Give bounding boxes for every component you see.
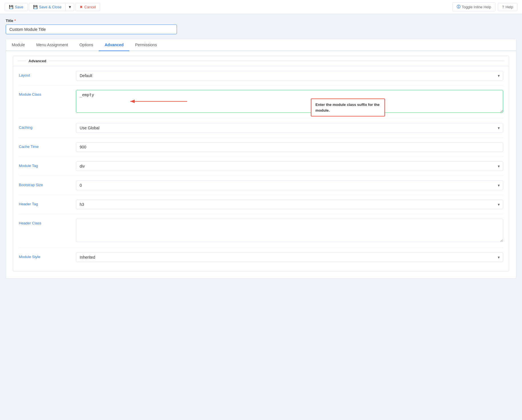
save-close-label: Save & Close [39, 5, 62, 9]
toolbar-right: ⓘ Toggle Inline Help ? Help [452, 2, 517, 11]
module-tag-select[interactable]: div span section article [76, 161, 503, 171]
cache-time-control [76, 142, 503, 152]
caching-row: Caching Use Global No Caching [19, 118, 503, 138]
module-class-textarea[interactable]: _empty [76, 90, 503, 113]
title-input[interactable] [6, 25, 177, 34]
module-tag-select-wrap: div span section article [76, 161, 503, 171]
toggle-inline-help-label: Toggle Inline Help [462, 5, 491, 9]
main-wrapper: Title * Module Menu Assignment Options A… [0, 14, 522, 420]
bootstrap-size-select[interactable]: 0 1234 612 [76, 180, 503, 190]
header-tag-label: Header Tag [19, 200, 76, 206]
module-tag-control: div span section article [76, 161, 503, 171]
caching-select[interactable]: Use Global No Caching [76, 123, 503, 133]
header-class-textarea[interactable] [76, 219, 503, 242]
cancel-label: Cancel [84, 5, 96, 9]
module-tag-row: Module Tag div span section article [19, 157, 503, 176]
save-icon: 💾 [9, 5, 13, 9]
caching-label: Caching [19, 123, 76, 130]
advanced-section: Advanced Layout Default Custom [6, 56, 516, 272]
save-close-group: 💾 Save & Close ▼ [29, 3, 74, 11]
header-class-row: Header Class [19, 214, 503, 248]
cancel-button[interactable]: ✖ Cancel [75, 3, 100, 11]
help-label: Help [505, 5, 513, 9]
header-class-label: Header Class [19, 219, 76, 225]
form-rows: Layout Default Custom [13, 66, 509, 267]
toggle-inline-help-button[interactable]: ⓘ Toggle Inline Help [452, 2, 495, 11]
module-style-select[interactable]: Inherited HTML5 Outline Table xHTML Roun… [76, 252, 503, 262]
bootstrap-size-control: 0 1234 612 [76, 180, 503, 190]
header-tag-select-wrap: h1h2h3 h4h5h6 pdiv [76, 200, 503, 209]
help-icon: ? [502, 5, 504, 9]
header-tag-row: Header Tag h1h2h3 h4h5h6 pdiv [19, 195, 503, 214]
module-panel: Module Menu Assignment Options Advanced … [6, 39, 516, 279]
cache-time-row: Cache Time [19, 138, 503, 157]
header-line [18, 61, 26, 61]
module-style-label: Module Style [19, 252, 76, 259]
chevron-down-icon: ▼ [68, 5, 72, 9]
tab-module[interactable]: Module [6, 39, 31, 51]
tab-permissions[interactable]: Permissions [129, 39, 162, 51]
question-circle-icon: ⓘ [457, 4, 460, 9]
layout-label: Layout [19, 71, 76, 77]
cancel-icon: ✖ [80, 5, 83, 9]
tab-options[interactable]: Options [74, 39, 99, 51]
header-tag-select[interactable]: h1h2h3 h4h5h6 pdiv [76, 200, 503, 209]
cache-time-label: Cache Time [19, 142, 76, 149]
save-close-icon: 💾 [33, 5, 38, 9]
required-indicator: * [14, 19, 16, 23]
tab-menu-assignment[interactable]: Menu Assignment [31, 39, 74, 51]
layout-select[interactable]: Default Custom [76, 71, 503, 81]
module-tag-label: Module Tag [19, 161, 76, 168]
layout-control: Default Custom [76, 71, 503, 81]
caching-control: Use Global No Caching [76, 123, 503, 133]
header-line-right [49, 61, 504, 61]
tab-advanced[interactable]: Advanced [99, 39, 129, 51]
bootstrap-size-select-wrap: 0 1234 612 [76, 180, 503, 190]
module-class-control: _empty [76, 90, 503, 114]
title-label: Title * [6, 19, 516, 23]
module-style-row: Module Style Inherited HTML5 Outline Tab… [19, 248, 503, 267]
toolbar-left: 💾 Save 💾 Save & Close ▼ ✖ Cancel [5, 3, 100, 11]
layout-select-wrap: Default Custom [76, 71, 503, 81]
header-class-control [76, 219, 503, 243]
caching-select-wrap: Use Global No Caching [76, 123, 503, 133]
save-close-button[interactable]: 💾 Save & Close [29, 3, 66, 11]
module-style-control: Inherited HTML5 Outline Table xHTML Roun… [76, 252, 503, 262]
module-class-label: Module Class [19, 90, 76, 97]
save-label: Save [15, 5, 23, 9]
save-close-dropdown-button[interactable]: ▼ [65, 3, 74, 11]
bootstrap-size-row: Bootstrap Size 0 1234 612 [19, 176, 503, 195]
module-class-tooltip: Enter the module class suffix for the mo… [311, 99, 385, 116]
help-button[interactable]: ? Help [498, 3, 517, 11]
advanced-panel-title: Advanced [29, 59, 46, 63]
layout-row: Layout Default Custom [19, 66, 503, 85]
advanced-panel-inner: Advanced Layout Default Custom [13, 56, 509, 272]
save-button[interactable]: 💾 Save [5, 3, 28, 11]
toolbar: 💾 Save 💾 Save & Close ▼ ✖ Cancel ⓘ Toggl… [0, 0, 522, 14]
bootstrap-size-label: Bootstrap Size [19, 180, 76, 187]
header-tag-control: h1h2h3 h4h5h6 pdiv [76, 200, 503, 209]
tabs: Module Menu Assignment Options Advanced … [6, 39, 516, 51]
advanced-panel-header: Advanced [13, 56, 509, 66]
module-style-select-wrap: Inherited HTML5 Outline Table xHTML Roun… [76, 252, 503, 262]
title-field-group: Title * [6, 19, 516, 34]
module-class-row: Module Class _empty [19, 85, 503, 118]
cache-time-input[interactable] [76, 142, 503, 152]
